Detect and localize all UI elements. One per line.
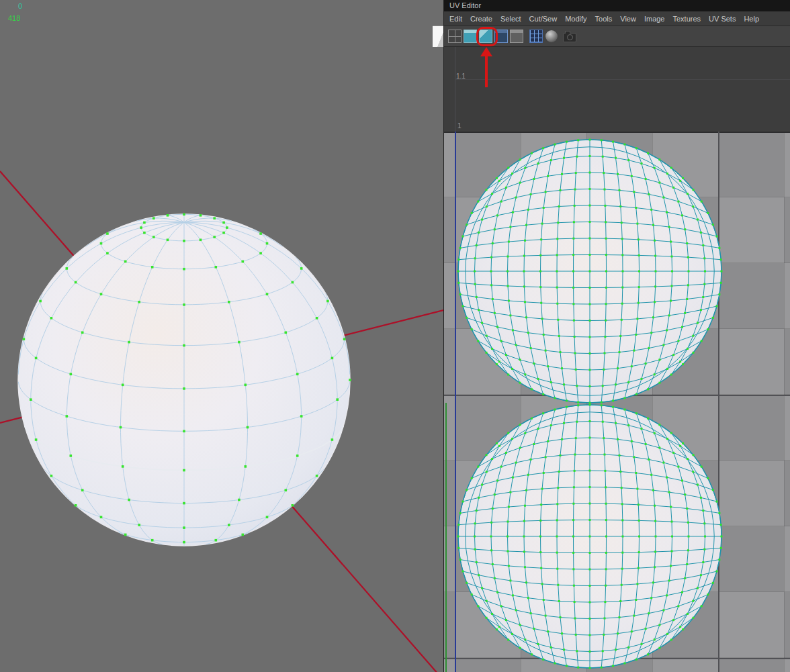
uv-editor-title: UV Editor [449, 1, 481, 9]
uv-snapshot-camera-icon[interactable] [563, 33, 576, 42]
viewport-3d[interactable]: 0 418 [0, 0, 443, 672]
panel-edge [433, 26, 443, 47]
uv-editor-panel: UV Editor Edit Create Select Cut/Sew Mod… [443, 0, 790, 672]
menu-cut-sew[interactable]: Cut/Sew [529, 15, 558, 23]
menu-view[interactable]: View [620, 15, 636, 23]
menu-uv-sets[interactable]: UV Sets [709, 15, 736, 23]
uv-editor-titlebar[interactable]: UV Editor [444, 0, 790, 11]
menu-create[interactable]: Create [470, 15, 492, 23]
hud-count-bottom: 418 [8, 14, 20, 22]
uv-editor-menubar: Edit Create Select Cut/Sew Modify Tools … [444, 11, 790, 26]
menu-image[interactable]: Image [644, 15, 665, 23]
uv-shells-render [444, 47, 790, 672]
shaded-sphere-icon[interactable] [545, 30, 558, 42]
menu-modify[interactable]: Modify [565, 15, 586, 23]
menu-textures[interactable]: Textures [672, 15, 701, 23]
pixel-grid-icon[interactable] [529, 30, 543, 43]
menu-edit[interactable]: Edit [449, 15, 462, 23]
maya-window: 0 418 UV Editor Edit Create Select Cut/S… [0, 0, 790, 672]
menu-tools[interactable]: Tools [595, 15, 613, 23]
red-arrow-stem [485, 55, 488, 87]
menu-help[interactable]: Help [744, 15, 759, 23]
menu-select[interactable]: Select [500, 15, 521, 23]
dim-image-display-icon[interactable] [510, 30, 523, 43]
sphere-3d-render [0, 0, 443, 672]
hud-count-top: 0 [18, 2, 22, 10]
uv-canvas[interactable]: 1.1 1 [444, 47, 790, 672]
four-pane-layout-icon[interactable] [448, 30, 462, 43]
highlight-circle-annotation [476, 27, 498, 46]
uv-texture-view-icon[interactable] [464, 30, 477, 43]
